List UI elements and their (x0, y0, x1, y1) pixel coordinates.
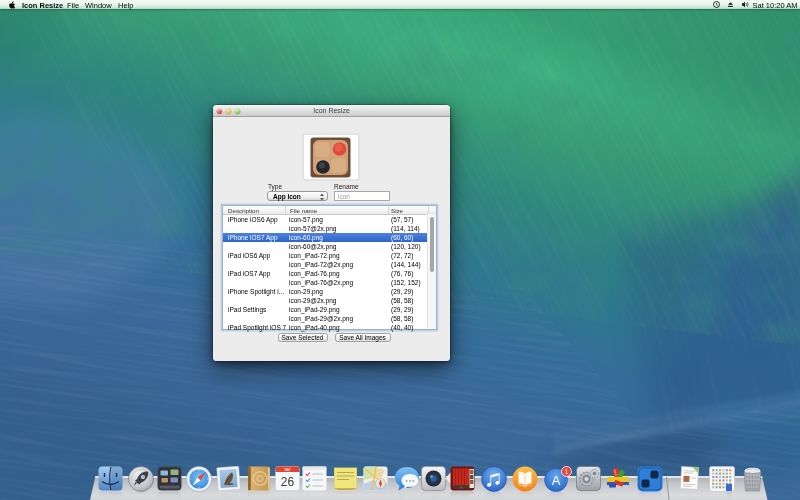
svg-text:26: 26 (280, 475, 294, 489)
svg-text:A: A (551, 473, 560, 488)
svg-text:A: A (551, 495, 560, 499)
svg-text:26: 26 (280, 493, 294, 499)
svg-text:1: 1 (564, 468, 568, 475)
svg-text:SAT: SAT (284, 467, 292, 471)
